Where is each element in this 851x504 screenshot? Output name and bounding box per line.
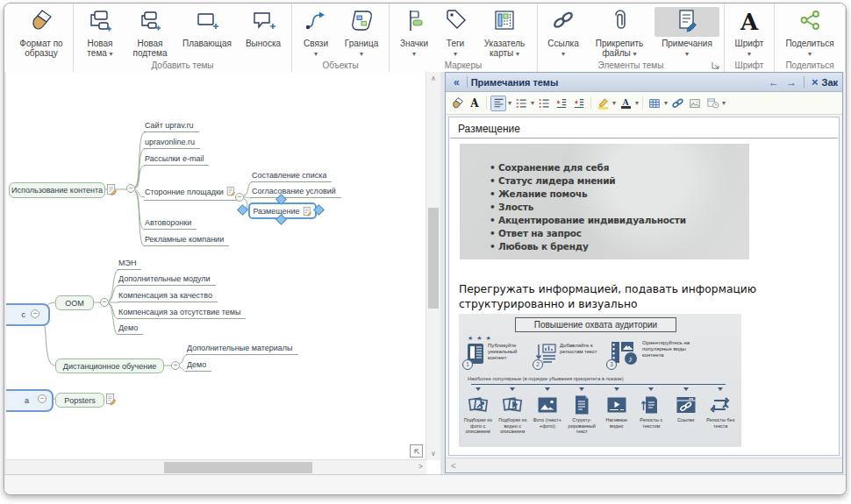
- icons-button[interactable]: Значки▾: [392, 5, 436, 59]
- topic-oom[interactable]: ООМ: [55, 295, 94, 310]
- topic-line[interactable]: МЭН: [118, 259, 141, 270]
- map-canvas[interactable]: Использование контента − Сайт uprav.ru u…: [6, 72, 440, 475]
- topic-line[interactable]: Рассылки e-mail: [144, 154, 209, 166]
- collapse-minus-icon[interactable]: −: [235, 193, 244, 202]
- collapse-minus-icon[interactable]: −: [31, 309, 39, 318]
- relationship-button[interactable]: Связи▾: [295, 5, 337, 59]
- diagram-item: Ссылки: [669, 387, 704, 435]
- format-painter-button[interactable]: Формат по образцу: [12, 5, 70, 58]
- note-image-emotions[interactable]: Сохранение для себя Статус лидера мнений…: [460, 144, 749, 259]
- note-image-reach-diagram[interactable]: Повышение охвата аудитории ★ ★ ★ Публику…: [459, 314, 741, 447]
- attach-files-button[interactable]: Прикрепить файлы ▾: [586, 5, 653, 59]
- note-indicator-icon[interactable]: [105, 393, 117, 408]
- topic-line[interactable]: Демо: [186, 360, 211, 372]
- new-topic-button[interactable]: Новая тема ▾: [76, 5, 124, 59]
- repost-no-text-icon: [710, 394, 731, 415]
- dialog-launcher-icon[interactable]: [711, 60, 720, 70]
- map-index-button[interactable]: Указатель карты ▾: [475, 5, 534, 59]
- indent-icon[interactable]: [571, 96, 587, 111]
- insert-image-icon[interactable]: [687, 96, 703, 111]
- collapse-minus-icon[interactable]: −: [171, 361, 180, 370]
- floating-topic-icon: [195, 8, 219, 36]
- vertical-scrollbar-thumb[interactable]: [428, 208, 439, 309]
- topic-line[interactable]: Согласование условий: [251, 187, 341, 198]
- floating-topic-button[interactable]: Плавающая: [176, 5, 238, 48]
- diagram-step-2: Добавляйте к репостам текст: [536, 343, 607, 366]
- topic-line[interactable]: Компенсация за отсутствие темы: [118, 308, 246, 319]
- video-collection-icon: [502, 394, 523, 415]
- collapse-panel-icon[interactable]: «: [450, 76, 463, 89]
- format-painter-icon[interactable]: [449, 96, 465, 111]
- horizontal-scrollbar[interactable]: >: [6, 459, 426, 475]
- scroll-left-icon[interactable]: <: [451, 461, 456, 471]
- dropdown-arrow-icon: ▾: [747, 50, 751, 58]
- dropdown-arrow-icon: ▾: [454, 50, 457, 58]
- topic-popsters[interactable]: Popsters: [55, 393, 104, 408]
- topic-line[interactable]: Дополнительные модули: [118, 274, 216, 286]
- font-color-icon[interactable]: A: [618, 96, 633, 111]
- horizontal-scrollbar-thumb[interactable]: [164, 462, 312, 473]
- main-topic-partial[interactable]: с: [6, 303, 50, 326]
- topic-line[interactable]: Рекламные компании: [144, 235, 229, 246]
- highlight-icon[interactable]: [595, 96, 611, 111]
- hyperlink-button[interactable]: Ссылка▾: [540, 5, 586, 59]
- align-icon[interactable]: [490, 96, 506, 111]
- boundary-button[interactable]: Граница▾: [337, 5, 386, 59]
- screenshot-stage: Формат по образцу Новая тема ▾ Новая под…: [0, 0, 851, 504]
- topic-line[interactable]: Сайт uprav.ru: [144, 121, 199, 132]
- notes-horizontal-scrollbar[interactable]: <: [446, 458, 842, 472]
- dropdown-arrow-icon[interactable]: ▾: [531, 99, 534, 107]
- note-paragraph[interactable]: Перегружать информацией, подавать информ…: [459, 282, 840, 313]
- dropdown-arrow-icon[interactable]: ▾: [635, 99, 639, 107]
- topic-line[interactable]: Автоворонки: [144, 218, 197, 230]
- main-topic-partial[interactable]: а: [6, 389, 54, 412]
- new-subtopic-button[interactable]: Новая подтема: [124, 5, 176, 58]
- scroll-right-icon[interactable]: >: [418, 462, 423, 471]
- topic-line[interactable]: Демо: [118, 323, 143, 335]
- collapse-minus-icon[interactable]: −: [126, 184, 135, 193]
- close-panel-label[interactable]: Зак: [821, 77, 838, 88]
- topic-distance-learning[interactable]: Дистанционное обучение: [55, 358, 164, 373]
- dropdown-arrow-icon[interactable]: ▾: [508, 99, 511, 107]
- diagram-item: Структу- рированный текст: [565, 387, 600, 435]
- close-panel-icon[interactable]: ×: [808, 75, 822, 89]
- insert-link-icon[interactable]: [669, 96, 685, 111]
- vertical-scrollbar[interactable]: ∧ ∨: [426, 72, 440, 460]
- bullet-list-icon[interactable]: [536, 96, 552, 111]
- note-heading[interactable]: Размещение: [449, 117, 839, 138]
- divider: [450, 138, 838, 138]
- font-button[interactable]: A Шрифт▾: [727, 5, 771, 59]
- topic-line[interactable]: upravonline.ru: [144, 138, 200, 149]
- notes-editor[interactable]: Размещение Сохранение для себя Статус ли…: [448, 117, 840, 456]
- collapse-minus-icon[interactable]: −: [100, 298, 109, 307]
- collapse-minus-icon[interactable]: −: [38, 394, 46, 403]
- dropdown-arrow-icon[interactable]: ▾: [612, 99, 616, 107]
- scroll-down-icon[interactable]: ∨: [426, 450, 440, 458]
- scroll-up-icon[interactable]: ∧: [426, 75, 440, 82]
- repost-text-icon: [640, 394, 661, 415]
- tags-button[interactable]: Теги▾: [436, 5, 475, 59]
- callout-button[interactable]: Выноска: [238, 5, 289, 48]
- slide-bullet: Статус лидера мнений: [490, 174, 749, 188]
- dropdown-arrow-icon[interactable]: ▾: [664, 99, 668, 107]
- topic-line[interactable]: Составление списка: [251, 171, 332, 182]
- previous-note-icon[interactable]: ←: [765, 76, 783, 89]
- topic-line[interactable]: Дополнительные материалы: [186, 344, 298, 355]
- share-button[interactable]: Поделиться▾: [777, 5, 842, 59]
- note-indicator-icon[interactable]: [106, 183, 118, 199]
- note-indicator-icon[interactable]: [303, 206, 312, 217]
- notes-button[interactable]: Примечания▾: [653, 5, 721, 59]
- ribbon-group-markers: Значки▾ Теги▾ Указатель карты ▾ Маркеры: [390, 4, 538, 72]
- topic-third-party[interactable]: Сторонние площадки: [144, 186, 241, 201]
- dropdown-arrow-icon[interactable]: ▾: [722, 99, 726, 107]
- date-time-icon[interactable]: [704, 96, 720, 111]
- font-dialog-icon[interactable]: A: [467, 96, 483, 111]
- topic-line[interactable]: Компенсация за качество: [118, 291, 218, 302]
- dropdown-arrow-icon: ▾: [516, 50, 519, 58]
- next-note-icon[interactable]: →: [783, 76, 800, 89]
- fit-map-button[interactable]: [410, 444, 423, 458]
- topic-content-usage[interactable]: Использование контента: [9, 182, 105, 198]
- outdent-icon[interactable]: [554, 96, 569, 111]
- numbered-list-icon[interactable]: [513, 96, 529, 111]
- table-icon[interactable]: [647, 96, 662, 111]
